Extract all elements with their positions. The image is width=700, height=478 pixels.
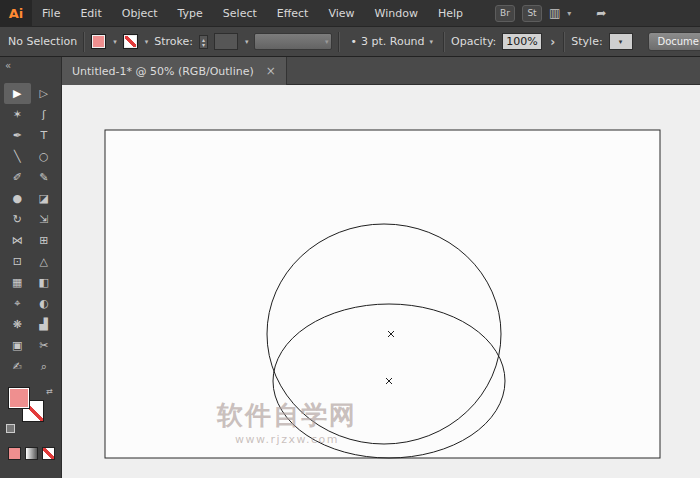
divider bbox=[83, 32, 85, 52]
stroke-weight-stepper[interactable]: ▴ ▾ bbox=[199, 35, 208, 49]
app-logo: Ai bbox=[0, 0, 32, 27]
menu-object[interactable]: Object bbox=[112, 0, 168, 27]
artboard bbox=[105, 130, 660, 458]
stroke-weight-field[interactable] bbox=[214, 33, 238, 50]
gradient-tool[interactable]: ◧ bbox=[31, 272, 58, 293]
menu-type[interactable]: Type bbox=[168, 0, 213, 27]
column-graph-tool[interactable]: ▟ bbox=[31, 314, 58, 335]
style-caret-icon: ▾ bbox=[619, 38, 623, 46]
menu-edit[interactable]: Edit bbox=[70, 0, 111, 27]
control-bar: No Selection ▾ ▾ Stroke: ▴ ▾ ▾ ▾ • 3 pt.… bbox=[0, 27, 700, 57]
menu-view[interactable]: View bbox=[318, 0, 364, 27]
opacity-label: Opacity: bbox=[451, 35, 496, 48]
stepper-down-icon[interactable]: ▾ bbox=[202, 42, 205, 47]
document-tab[interactable]: Untitled-1* @ 50% (RGB/Outline) × bbox=[62, 57, 287, 85]
symbol-sprayer-tool[interactable]: ❋ bbox=[4, 314, 31, 335]
stock-button[interactable]: St bbox=[522, 5, 542, 22]
brush-definition-dropdown[interactable]: • 3 pt. Round ▾ bbox=[346, 33, 437, 50]
default-colors-icon[interactable] bbox=[6, 424, 15, 433]
fill-color-swatch[interactable] bbox=[91, 34, 106, 49]
stroke-weight-caret-icon[interactable]: ▾ bbox=[245, 38, 249, 46]
opacity-panel-arrow[interactable]: › bbox=[548, 35, 557, 49]
document-area: Untitled-1* @ 50% (RGB/Outline) × 软件自学网 … bbox=[62, 57, 700, 478]
zoom-tool[interactable]: ⌕ bbox=[31, 356, 58, 377]
type-tool[interactable]: T bbox=[31, 125, 58, 146]
hand-tool[interactable]: ✍ bbox=[4, 356, 31, 377]
style-label: Style: bbox=[571, 35, 602, 48]
menu-help[interactable]: Help bbox=[428, 0, 473, 27]
stroke-caret-icon[interactable]: ▾ bbox=[145, 38, 149, 46]
brush-dot-icon: • bbox=[350, 35, 357, 48]
document-setup-button[interactable]: Docume bbox=[648, 32, 700, 51]
divider bbox=[563, 32, 565, 52]
color-mode-button[interactable] bbox=[8, 447, 21, 460]
workspace-switcher-icon[interactable]: ▥ bbox=[549, 6, 560, 20]
workspace-caret-icon[interactable]: ▾ bbox=[567, 9, 571, 18]
perspective-grid-tool[interactable]: △ bbox=[31, 251, 58, 272]
opacity-field[interactable]: 100% bbox=[502, 33, 542, 50]
eraser-tool[interactable]: ◪ bbox=[31, 188, 58, 209]
shape-builder-tool[interactable]: ⊡ bbox=[4, 251, 31, 272]
direct-selection-tool[interactable]: ▷ bbox=[31, 83, 58, 104]
toolbar-collapse-button[interactable]: « bbox=[0, 57, 61, 83]
menu-select[interactable]: Select bbox=[213, 0, 267, 27]
stroke-color-swatch[interactable] bbox=[123, 34, 138, 49]
artboard-tool[interactable]: ▣ bbox=[4, 335, 31, 356]
menu-bar: Ai File Edit Object Type Select Effect V… bbox=[0, 0, 700, 27]
fill-caret-icon[interactable]: ▾ bbox=[113, 38, 117, 46]
drawing-layer bbox=[62, 85, 700, 478]
slice-tool[interactable]: ✂ bbox=[31, 335, 58, 356]
color-wells: ⇄ bbox=[6, 387, 57, 433]
tab-close-icon[interactable]: × bbox=[266, 65, 276, 77]
eyedropper-tool[interactable]: ⌖ bbox=[4, 293, 31, 314]
scale-tool[interactable]: ⇲ bbox=[31, 209, 58, 230]
style-dropdown[interactable]: ▾ bbox=[609, 33, 633, 50]
line-segment-tool[interactable]: ╲ bbox=[4, 146, 31, 167]
pen-tool[interactable]: ✒ bbox=[4, 125, 31, 146]
menu-window[interactable]: Window bbox=[365, 0, 428, 27]
divider bbox=[443, 32, 445, 52]
paint-mode-row bbox=[8, 447, 61, 460]
selection-status: No Selection bbox=[8, 35, 77, 48]
stroke-label: Stroke: bbox=[154, 35, 193, 48]
tools-panel: « ▶▷✶ʃ✒T╲○✐✎●◪↻⇲⋈⊞⊡△▦◧⌖◐❋▟▣✂✍⌕ ⇄ bbox=[0, 57, 62, 478]
gradient-mode-button[interactable] bbox=[25, 447, 38, 460]
share-icon[interactable]: ➦ bbox=[596, 6, 606, 20]
width-tool[interactable]: ⋈ bbox=[4, 230, 31, 251]
mesh-tool[interactable]: ▦ bbox=[4, 272, 31, 293]
ellipse-tool[interactable]: ○ bbox=[31, 146, 58, 167]
none-mode-button[interactable] bbox=[42, 447, 55, 460]
brush-name: 3 pt. Round bbox=[361, 35, 425, 48]
menu-effect[interactable]: Effect bbox=[267, 0, 319, 27]
width-profile-caret-icon: ▾ bbox=[325, 38, 329, 46]
document-tab-bar: Untitled-1* @ 50% (RGB/Outline) × bbox=[62, 57, 700, 85]
workspace: « ▶▷✶ʃ✒T╲○✐✎●◪↻⇲⋈⊞⊡△▦◧⌖◐❋▟▣✂✍⌕ ⇄ Untitle… bbox=[0, 57, 700, 478]
blob-brush-tool[interactable]: ● bbox=[4, 188, 31, 209]
divider bbox=[338, 32, 340, 52]
free-transform-tool[interactable]: ⊞ bbox=[31, 230, 58, 251]
document-tab-title: Untitled-1* @ 50% (RGB/Outline) bbox=[72, 65, 254, 78]
illustrator-window: Ai File Edit Object Type Select Effect V… bbox=[0, 0, 700, 478]
bridge-button[interactable]: Br bbox=[495, 5, 515, 22]
lasso-tool[interactable]: ʃ bbox=[31, 104, 58, 125]
magic-wand-tool[interactable]: ✶ bbox=[4, 104, 31, 125]
canvas[interactable]: 软件自学网 www.rjzxw.com bbox=[62, 85, 700, 478]
fill-well[interactable] bbox=[8, 387, 30, 409]
brush-caret-icon: ▾ bbox=[430, 38, 434, 46]
swap-colors-icon[interactable]: ⇄ bbox=[46, 387, 53, 396]
pencil-tool[interactable]: ✎ bbox=[31, 167, 58, 188]
paintbrush-tool[interactable]: ✐ bbox=[4, 167, 31, 188]
selection-tool[interactable]: ▶ bbox=[4, 83, 31, 104]
menubar-icons: Br St ▥ ▾ ➦ bbox=[495, 5, 606, 22]
menu-file[interactable]: File bbox=[32, 0, 70, 27]
tools-grid: ▶▷✶ʃ✒T╲○✐✎●◪↻⇲⋈⊞⊡△▦◧⌖◐❋▟▣✂✍⌕ bbox=[0, 83, 61, 377]
width-profile-dropdown[interactable]: ▾ bbox=[254, 33, 332, 50]
blend-tool[interactable]: ◐ bbox=[31, 293, 58, 314]
rotate-tool[interactable]: ↻ bbox=[4, 209, 31, 230]
